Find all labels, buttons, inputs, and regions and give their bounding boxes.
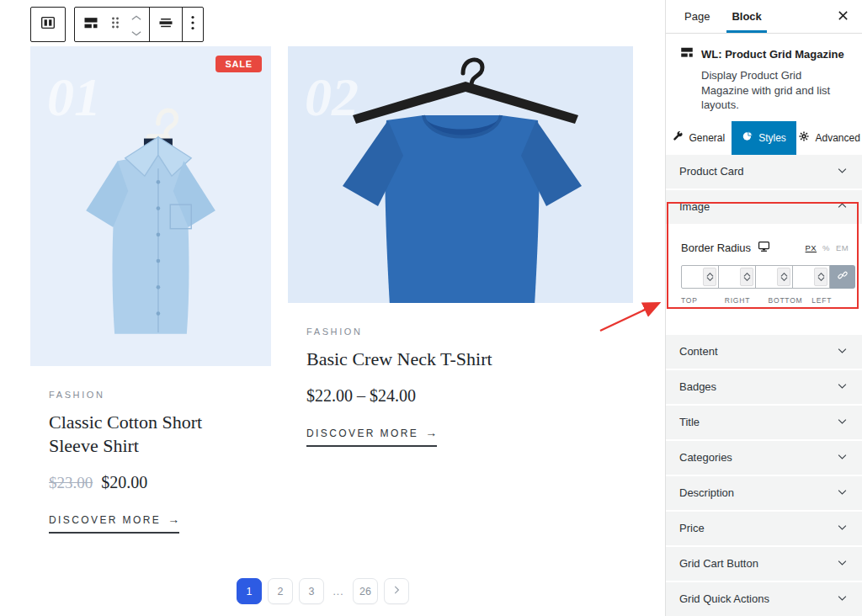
tab-page[interactable]: Page: [679, 0, 715, 33]
settings-sidebar: Page Block WL: Product Grid Magazine Dis…: [665, 0, 862, 616]
blue-shirt-image: [45, 77, 256, 363]
discover-more-link[interactable]: DISCOVER MORE→: [306, 426, 437, 447]
product-category: FASHION: [306, 327, 633, 337]
tab-block[interactable]: Block: [726, 0, 766, 33]
side-label-left: LEFT: [811, 296, 855, 305]
link-sides-toggle[interactable]: [830, 265, 855, 289]
panel-price[interactable]: Price: [666, 512, 862, 545]
panel-label: Content: [679, 345, 718, 358]
stepper-control[interactable]: [814, 268, 827, 286]
product-title[interactable]: Classic Cotton Short Sleeve Shirt: [49, 411, 236, 458]
border-radius-top-input[interactable]: [683, 266, 703, 288]
panel-label: Grid Quick Actions: [679, 592, 769, 605]
border-radius-right-input[interactable]: [720, 266, 740, 288]
sidebar-header: Page Block: [666, 0, 862, 34]
editor-canvas: 01 SALE FASHION Classic Cotton S: [0, 0, 665, 616]
align-button[interactable]: [150, 8, 182, 41]
chevron-down-icon: [836, 415, 849, 430]
unit-px-button[interactable]: PX: [806, 243, 817, 252]
panel-grid-quick-actions[interactable]: Grid Quick Actions: [666, 582, 862, 616]
styles-pie-icon: [742, 130, 753, 145]
drag-dots-icon: [110, 16, 120, 33]
panel-label: Categories: [679, 451, 732, 464]
panel-label: Image: [679, 200, 710, 213]
close-sidebar-button[interactable]: [833, 0, 854, 33]
tab-advanced[interactable]: Advanced: [796, 121, 862, 155]
block-info-card: WL: Product Grid Magazine Display Produc…: [666, 34, 862, 121]
settings-tabs: General Styles Advanced: [666, 121, 862, 155]
price-range: $22.00 – $24.00: [306, 386, 416, 405]
page-button-2[interactable]: 2: [268, 578, 293, 604]
options-menu-button[interactable]: [183, 8, 203, 41]
ellipsis-icon: [190, 15, 195, 34]
panel-product-card[interactable]: Product Card: [666, 155, 862, 189]
panel-grid-cart-button[interactable]: Grid Cart Button: [666, 547, 862, 581]
product-title[interactable]: Basic Crew Neck T-Shirt: [306, 348, 633, 371]
block-movers[interactable]: [124, 9, 149, 40]
pagination-ellipsis: ...: [330, 586, 347, 597]
stepper-control[interactable]: [703, 268, 716, 286]
page-button-last[interactable]: 26: [353, 578, 378, 604]
border-radius-left-field: [792, 265, 830, 289]
chevron-right-icon: [391, 584, 402, 598]
unit-percent-button[interactable]: %: [822, 243, 830, 252]
border-radius-bottom-field: [755, 265, 793, 289]
move-down-icon: [130, 25, 142, 40]
chevron-down-icon: [836, 486, 849, 501]
arrow-right-icon: →: [425, 426, 437, 439]
gear-icon: [798, 130, 810, 145]
page-button-3[interactable]: 3: [299, 578, 324, 604]
tab-styles-label: Styles: [758, 132, 786, 144]
chevron-down-icon: [836, 380, 849, 395]
tab-general[interactable]: General: [666, 121, 732, 155]
panel-badges[interactable]: Badges: [666, 370, 862, 404]
link-chain-icon: [837, 269, 849, 284]
pagination: 1 2 3 ... 26: [237, 578, 409, 604]
unit-em-button[interactable]: EM: [836, 243, 849, 252]
panel-image[interactable]: Image: [666, 190, 862, 224]
border-radius-top-field: [681, 265, 719, 289]
chevron-down-icon: [836, 450, 849, 465]
panel-title[interactable]: Title: [666, 406, 862, 439]
discover-more-label: DISCOVER MORE: [306, 427, 418, 439]
sale-badge: SALE: [216, 56, 262, 72]
side-label-bottom: BOTTOM: [769, 296, 812, 305]
chevron-down-icon: [836, 344, 849, 359]
product-image[interactable]: 02: [288, 46, 633, 303]
border-radius-bottom-input[interactable]: [757, 266, 777, 288]
next-page-button[interactable]: [384, 578, 409, 604]
block-type-button[interactable]: [75, 8, 107, 41]
discover-more-link[interactable]: DISCOVER MORE→: [49, 512, 179, 534]
chevron-down-icon: [836, 556, 849, 571]
product-image[interactable]: 01 SALE: [30, 46, 271, 366]
tab-styles[interactable]: Styles: [732, 121, 797, 155]
product-price: $23.00$20.00: [49, 473, 271, 492]
border-radius-left-input[interactable]: [794, 266, 814, 288]
panel-categories[interactable]: Categories: [666, 441, 862, 475]
responsive-monitor-icon[interactable]: [758, 241, 770, 255]
image-panel-body: Border Radius PX % EM: [666, 226, 862, 333]
panel-label: Grid Cart Button: [679, 557, 758, 570]
stepper-control[interactable]: [777, 268, 790, 286]
panel-content[interactable]: Content: [666, 335, 862, 369]
panel-label: Title: [679, 416, 700, 428]
page-button-1[interactable]: 1: [237, 578, 262, 604]
discover-more-label: DISCOVER MORE: [49, 514, 161, 526]
product-card: 02 FASHION Basic Crew Neck T-Shirt $22.0…: [288, 46, 633, 447]
arrow-right-icon: →: [168, 512, 179, 526]
panel-label: Product Card: [679, 165, 744, 178]
columns-block-icon: [39, 13, 57, 35]
chevron-up-icon: [836, 199, 849, 215]
select-parent-block-button[interactable]: [30, 7, 66, 42]
stepper-control[interactable]: [740, 268, 753, 286]
align-icon: [157, 14, 174, 35]
product-card: 01 SALE FASHION Classic Cotton S: [30, 46, 271, 534]
drag-handle[interactable]: [107, 8, 124, 41]
side-label-right: RIGHT: [725, 296, 769, 305]
panel-label: Badges: [679, 380, 716, 393]
panel-description[interactable]: Description: [666, 476, 862, 510]
border-radius-right-field: [718, 265, 756, 289]
grid-magazine-block-icon: [679, 45, 701, 63]
product-price: $22.00 – $24.00: [306, 386, 633, 406]
side-label-top: TOP: [681, 296, 725, 305]
